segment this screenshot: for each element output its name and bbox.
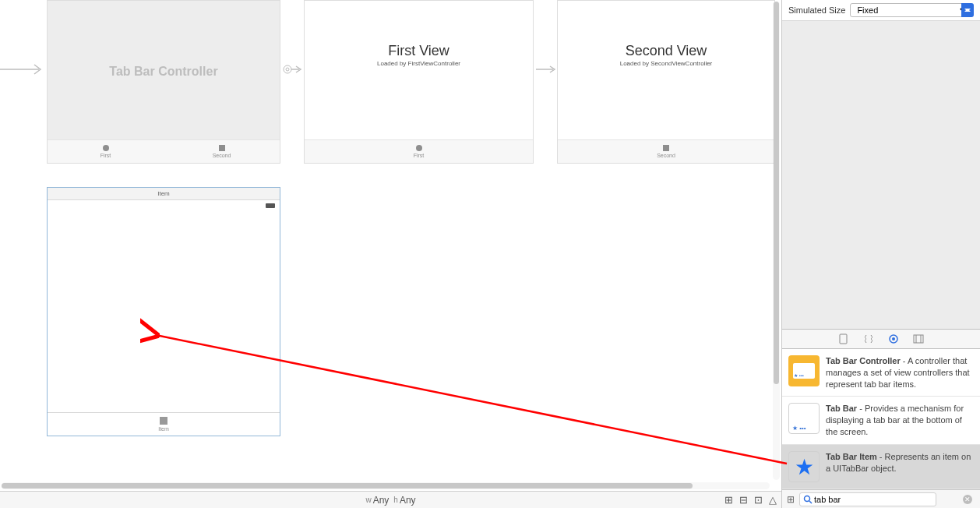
svg-line-12 bbox=[809, 501, 812, 503]
storyboard-canvas[interactable]: Tab Bar Controller First Second First Vi… bbox=[0, 0, 781, 508]
view-subtitle: Loaded by SecondViewController bbox=[558, 60, 774, 67]
width-prefix: w bbox=[365, 496, 371, 504]
clear-search-icon[interactable]: ✕ bbox=[963, 495, 972, 504]
segue-arrow[interactable] bbox=[536, 64, 556, 75]
svg-point-2 bbox=[286, 68, 289, 71]
object-library-icon[interactable] bbox=[888, 333, 899, 344]
view-title: Second View bbox=[558, 43, 774, 59]
tab-item-second[interactable]: Second bbox=[164, 140, 280, 163]
tab-item-first[interactable]: First bbox=[305, 140, 533, 163]
svg-point-7 bbox=[892, 337, 895, 340]
file-template-icon[interactable] bbox=[838, 333, 849, 344]
initial-arrow bbox=[0, 64, 45, 75]
simulated-size-label: Simulated Size bbox=[788, 5, 845, 15]
library-search-input[interactable] bbox=[799, 492, 936, 506]
scene-tab-bar-controller[interactable]: Tab Bar Controller First Second bbox=[47, 0, 280, 164]
view-subtitle: Loaded by FirstViewController bbox=[305, 60, 533, 67]
svg-point-11 bbox=[805, 496, 810, 501]
library-item-tab-bar-controller[interactable]: Tab Bar Controller - A controller that m… bbox=[782, 349, 980, 397]
library-item-desc: Tab Bar - Provides a mechanism for displ… bbox=[826, 403, 974, 438]
scene-first-view[interactable]: First View Loaded by FirstViewController… bbox=[304, 0, 534, 164]
square-icon bbox=[160, 417, 167, 425]
square-icon bbox=[663, 145, 669, 151]
scrollbar-thumb[interactable] bbox=[774, 2, 779, 384]
scrollbar-thumb[interactable] bbox=[2, 483, 693, 489]
view-title: First View bbox=[305, 43, 533, 59]
tab-label: Item bbox=[158, 426, 169, 432]
square-icon bbox=[219, 145, 225, 151]
media-library-icon[interactable] bbox=[913, 333, 924, 344]
height-prefix: h bbox=[393, 496, 398, 504]
svg-rect-5 bbox=[840, 334, 847, 344]
tab-bar: Second bbox=[558, 139, 774, 163]
svg-point-1 bbox=[284, 65, 291, 73]
tab-bar[interactable]: Item bbox=[48, 412, 280, 436]
scene-item[interactable]: Item Item bbox=[47, 187, 280, 436]
tab-label: Second bbox=[213, 153, 231, 158]
library-item-desc: Tab Bar Controller - A controller that m… bbox=[826, 355, 974, 390]
tab-bar-controller-icon bbox=[788, 355, 820, 386]
grid-view-icon[interactable]: ⊞ bbox=[787, 494, 795, 505]
code-snippet-icon[interactable] bbox=[863, 333, 874, 344]
search-icon bbox=[803, 495, 813, 504]
library-item-tab-bar-item[interactable]: Tab Bar Item - Represents an item on a U… bbox=[782, 445, 980, 489]
size-class-bar[interactable]: w Any h Any ⊞ ⊟ ⊡ △ bbox=[0, 491, 781, 508]
stack-icon[interactable]: ⊞ bbox=[724, 494, 733, 506]
simulated-size-row: Simulated Size Fixed bbox=[782, 0, 980, 21]
pin-icon[interactable]: ⊡ bbox=[754, 494, 763, 506]
tab-label: First bbox=[414, 153, 425, 158]
library-tabs bbox=[782, 329, 980, 349]
tab-item-second[interactable]: Second bbox=[558, 140, 774, 163]
tab-bar-icon bbox=[788, 403, 820, 434]
object-library-list[interactable]: Tab Bar Controller - A controller that m… bbox=[782, 349, 980, 489]
horizontal-scrollbar[interactable] bbox=[2, 482, 770, 489]
svg-rect-8 bbox=[914, 335, 923, 343]
tab-bar-item-icon bbox=[788, 451, 820, 482]
library-item-desc: Tab Bar Item - Represents an item on a U… bbox=[826, 451, 974, 482]
library-search-bar: ⊞ ✕ bbox=[782, 489, 980, 508]
circle-icon bbox=[103, 145, 109, 151]
resolve-icon[interactable]: △ bbox=[769, 494, 777, 506]
segue-arrow[interactable] bbox=[282, 64, 302, 75]
inspector-panel: Simulated Size Fixed Tab Bar Controller … bbox=[781, 0, 980, 508]
battery-icon bbox=[266, 203, 275, 208]
simulated-size-select[interactable]: Fixed bbox=[850, 3, 971, 17]
tab-bar: First Second bbox=[48, 139, 280, 163]
height-value: Any bbox=[400, 495, 416, 506]
inspector-empty-area bbox=[782, 21, 980, 329]
status-bar bbox=[48, 200, 280, 211]
scene-title: Tab Bar Controller bbox=[48, 65, 280, 79]
scene-header[interactable]: Item bbox=[48, 188, 280, 200]
tab-bar: First bbox=[305, 139, 533, 163]
vertical-scrollbar[interactable] bbox=[773, 2, 780, 480]
tab-item-first[interactable]: First bbox=[48, 140, 164, 163]
tab-label: Second bbox=[657, 153, 675, 158]
scene-second-view[interactable]: Second View Loaded by SecondViewControll… bbox=[557, 0, 775, 164]
circle-icon bbox=[416, 145, 422, 151]
layout-tools: ⊞ ⊟ ⊡ △ bbox=[724, 494, 777, 506]
align-icon[interactable]: ⊟ bbox=[739, 494, 748, 506]
width-value: Any bbox=[373, 495, 390, 506]
library-item-tab-bar[interactable]: Tab Bar - Provides a mechanism for displ… bbox=[782, 397, 980, 445]
tab-label: First bbox=[100, 153, 111, 158]
